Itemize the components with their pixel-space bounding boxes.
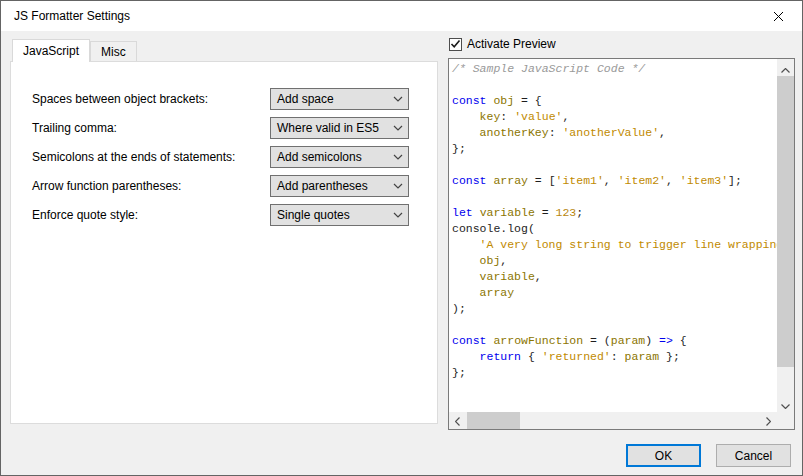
chevron-left-icon [455, 412, 460, 430]
scrollbar-corner [777, 412, 794, 429]
title-bar[interactable]: JS Formatter Settings [1, 1, 802, 31]
tab-page-javascript: Spaces between object brackets:Add space… [10, 61, 438, 424]
form-label-spaces-between-object-brackets: Spaces between object brackets: [32, 92, 208, 106]
code-line: ); [452, 301, 777, 317]
tab-misc[interactable]: Misc [90, 41, 137, 62]
chevron-down-icon [388, 183, 408, 189]
form-label-enforce-quote-style: Enforce quote style: [32, 208, 138, 222]
ok-button[interactable]: OK [626, 444, 701, 467]
dropdown-value: Add space [271, 92, 388, 106]
scroll-up-button[interactable] [777, 59, 794, 76]
code-line: variable, [452, 269, 777, 285]
code-line: key: 'value', [452, 109, 777, 125]
vertical-scrollbar[interactable] [777, 59, 794, 412]
form-label-trailing-comma: Trailing comma: [32, 121, 117, 135]
scroll-right-button[interactable] [760, 412, 777, 429]
code-line [452, 77, 777, 93]
checkmark-icon [450, 35, 461, 53]
window-title: JS Formatter Settings [14, 1, 130, 31]
dropdown-semicolons[interactable]: Add semicolons [270, 146, 409, 168]
dropdown-enforce-quote-style[interactable]: Single quotes [270, 204, 409, 226]
dropdown-trailing-comma[interactable]: Where valid in ES5 [270, 117, 409, 139]
code-line: obj, [452, 253, 777, 269]
code-line: anotherKey: 'anotherValue', [452, 125, 777, 141]
chevron-down-icon [781, 395, 790, 413]
code-line: 'A very long string to trigger line wrap… [452, 237, 777, 253]
chevron-down-icon [388, 96, 408, 102]
js-formatter-settings-dialog: JS Formatter Settings JavaScript Misc Sp… [0, 0, 803, 476]
code-line [452, 189, 777, 205]
dropdown-value: Add semicolons [271, 150, 388, 164]
cancel-button[interactable]: Cancel [716, 444, 791, 467]
code-line [452, 157, 777, 173]
chevron-right-icon [766, 412, 771, 430]
code-line: console.log( [452, 221, 777, 237]
code-line: return { 'returned': param }; [452, 349, 777, 365]
activate-preview-label: Activate Preview [467, 37, 556, 51]
form-label-semicolons: Semicolons at the ends of statements: [32, 150, 235, 164]
code-line [452, 317, 777, 333]
scroll-left-button[interactable] [449, 412, 466, 429]
dropdown-arrow-function-parentheses[interactable]: Add parentheses [270, 175, 409, 197]
dropdown-value: Where valid in ES5 [271, 121, 388, 135]
activate-preview-row[interactable]: Activate Preview [449, 37, 556, 51]
chevron-up-icon [781, 59, 790, 77]
close-button[interactable] [756, 2, 801, 30]
dropdown-value: Add parentheses [271, 179, 388, 193]
chevron-down-icon [388, 154, 408, 160]
scroll-down-button[interactable] [777, 395, 794, 412]
code-line: const obj = { [452, 93, 777, 109]
form-label-arrow-function-parentheses: Arrow function parentheses: [32, 179, 181, 193]
vertical-scroll-thumb[interactable] [777, 76, 794, 367]
tab-strip: JavaScript Misc [12, 39, 137, 62]
chevron-down-icon [388, 125, 408, 131]
code-line: }; [452, 141, 777, 157]
close-icon [773, 11, 784, 22]
code-preview-box: /* Sample JavaScript Code */const obj = … [448, 58, 795, 430]
code-line: array [452, 285, 777, 301]
code-line: const arrowFunction = (param) => { [452, 333, 777, 349]
code-line: const array = ['item1', 'item2', 'item3'… [452, 173, 777, 189]
dropdown-spaces-between-object-brackets[interactable]: Add space [270, 88, 409, 110]
activate-preview-checkbox[interactable] [449, 38, 462, 51]
code-line: let variable = 123; [452, 205, 777, 221]
horizontal-scroll-thumb[interactable] [467, 412, 520, 429]
chevron-down-icon [388, 212, 408, 218]
code-line: /* Sample JavaScript Code */ [452, 61, 777, 77]
code-line: }; [452, 365, 777, 381]
tab-javascript[interactable]: JavaScript [12, 39, 90, 62]
dropdown-value: Single quotes [271, 208, 388, 222]
code-preview-text: /* Sample JavaScript Code */const obj = … [449, 59, 777, 412]
horizontal-scrollbar[interactable] [449, 412, 777, 429]
